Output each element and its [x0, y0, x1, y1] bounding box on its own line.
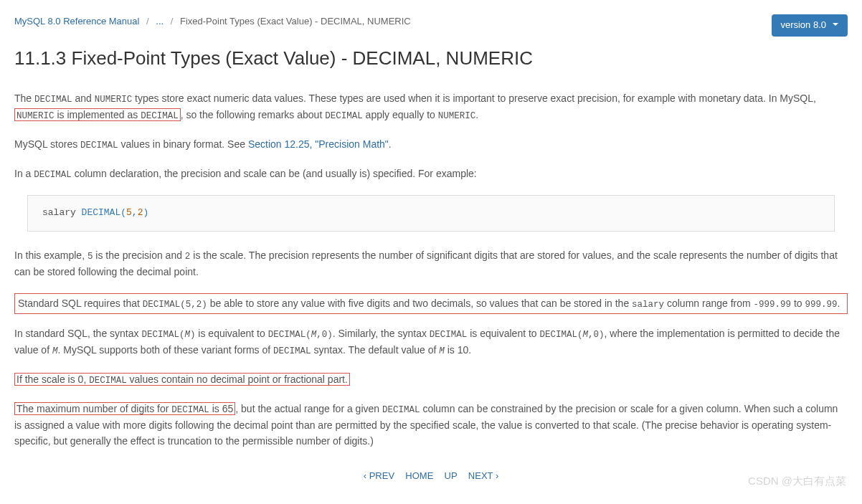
- text: is equivalent to: [467, 328, 539, 339]
- breadcrumb: MySQL 8.0 Reference Manual / ... / Fixed…: [14, 14, 848, 29]
- code-numeric: NUMERIC: [16, 111, 55, 121]
- code-paren: (: [120, 207, 126, 218]
- breadcrumb-ellipsis[interactable]: ...: [156, 16, 164, 27]
- text: values contain no decimal point or fract…: [127, 374, 348, 385]
- nav-home[interactable]: HOME: [405, 470, 433, 481]
- link-precision-math[interactable]: Section 12.25, "Precision Math": [248, 138, 389, 150]
- code-salary: salary: [632, 300, 664, 310]
- breadcrumb-root[interactable]: MySQL 8.0 Reference Manual: [14, 16, 139, 27]
- code-decimal: DECIMAL: [34, 95, 72, 105]
- text: is equivalent to: [195, 328, 267, 339]
- code-numeric: NUMERIC: [95, 95, 133, 105]
- chevron-right-icon: ›: [496, 470, 498, 481]
- text: is 10.: [445, 344, 471, 356]
- paragraph-binary-format: MySQL stores DECIMAL values in binary fo…: [14, 136, 848, 153]
- version-label: version 8.0: [780, 18, 826, 33]
- code-keyword: DECIMAL: [82, 207, 121, 218]
- version-selector[interactable]: version 8.0: [772, 14, 848, 37]
- text: is 65: [209, 403, 233, 414]
- text: In standard SQL, the syntax: [14, 328, 141, 339]
- code-identifier: salary: [42, 207, 82, 218]
- text: . MySQL supports both of these variant f…: [57, 344, 273, 356]
- text: . Similarly, the syntax: [333, 328, 430, 339]
- code: DECIMAL(M): [141, 330, 195, 340]
- paragraph-syntax-equivalence: In standard SQL, the syntax DECIMAL(M) i…: [14, 325, 848, 358]
- nav-prev[interactable]: ‹ PREV: [364, 470, 394, 481]
- text: and: [72, 92, 95, 104]
- text: types store exact numeric data values. T…: [132, 92, 816, 104]
- code-max: 999.99: [805, 300, 838, 310]
- code-number: 5: [126, 207, 132, 218]
- text: is the precision and: [93, 249, 184, 261]
- code-min: -999.99: [754, 300, 792, 310]
- page-title: 11.1.3 Fixed-Point Types (Exact Value) -…: [14, 44, 848, 74]
- code-decimal: DECIMAL: [34, 170, 72, 180]
- breadcrumb-sep: /: [171, 16, 174, 27]
- paragraph-declaration: In a DECIMAL column declaration, the pre…: [14, 166, 848, 182]
- text: .: [838, 298, 840, 309]
- code-m: M: [439, 346, 445, 356]
- code: DECIMAL(M,0): [268, 330, 333, 340]
- code-numeric: NUMERIC: [438, 111, 476, 121]
- code-comma: ,: [132, 207, 138, 218]
- text: In a: [14, 168, 34, 179]
- text: to: [791, 298, 805, 309]
- text: In this example,: [14, 249, 87, 261]
- text: , so the following remarks about: [181, 109, 326, 120]
- text: values in binary format. See: [118, 138, 248, 150]
- paragraph-precision-scale: In this example, 5 is the precision and …: [14, 247, 848, 280]
- code-decimal-spec: DECIMAL(5,2): [143, 300, 207, 310]
- text: Standard SQL requires that: [18, 298, 143, 309]
- code-decimal: DECIMAL: [382, 405, 420, 415]
- nav-up[interactable]: UP: [445, 470, 458, 481]
- text: , but the actual range for a given: [235, 403, 382, 414]
- breadcrumb-current: Fixed-Point Types (Exact Value) - DECIMA…: [180, 16, 411, 27]
- nav-footer: ‹ PREV HOME UP NEXT ›: [14, 469, 848, 484]
- chevron-left-icon: ‹: [364, 470, 366, 481]
- code-decimal: DECIMAL: [430, 330, 468, 340]
- highlight-numeric-impl: NUMERIC is implemented as DECIMAL: [14, 108, 181, 121]
- text: be able to store any value with five dig…: [207, 298, 632, 309]
- text: .: [389, 138, 392, 150]
- highlight-scale-zero: If the scale is 0, DECIMAL values contai…: [14, 373, 350, 386]
- text: If the scale is 0,: [16, 374, 89, 385]
- paragraph-scale-zero: If the scale is 0, DECIMAL values contai…: [14, 371, 848, 388]
- text: The maximum number of digits for: [16, 403, 171, 414]
- code-decimal: DECIMAL: [80, 141, 118, 151]
- text: column range from: [664, 298, 754, 309]
- chevron-down-icon: [832, 18, 839, 33]
- breadcrumb-sep: /: [146, 16, 149, 27]
- code-decimal: DECIMAL: [141, 111, 179, 121]
- highlight-range: Standard SQL requires that DECIMAL(5,2) …: [14, 293, 848, 314]
- code-paren: ): [143, 207, 148, 218]
- highlight-max-digits: The maximum number of digits for DECIMAL…: [14, 402, 235, 415]
- code-decimal: DECIMAL: [273, 346, 311, 356]
- nav-next[interactable]: NEXT ›: [468, 470, 498, 481]
- code-decimal: DECIMAL: [89, 376, 127, 386]
- text: column declaration, the precision and sc…: [72, 168, 477, 179]
- code-decimal: DECIMAL: [171, 405, 209, 415]
- paragraph-intro: The DECIMAL and NUMERIC types store exac…: [14, 90, 848, 123]
- code: DECIMAL(M,0): [540, 330, 605, 340]
- code-decimal: DECIMAL: [325, 111, 363, 121]
- text: .: [475, 109, 478, 120]
- text: The: [14, 92, 34, 104]
- text: apply equally to: [363, 109, 438, 120]
- text: is implemented as: [55, 109, 141, 120]
- text: syntax. The default value of: [311, 344, 440, 356]
- text: MySQL stores: [14, 138, 80, 150]
- code-example-salary: salary DECIMAL(5,2): [27, 195, 835, 232]
- paragraph-max-digits: The maximum number of digits for DECIMAL…: [14, 401, 848, 450]
